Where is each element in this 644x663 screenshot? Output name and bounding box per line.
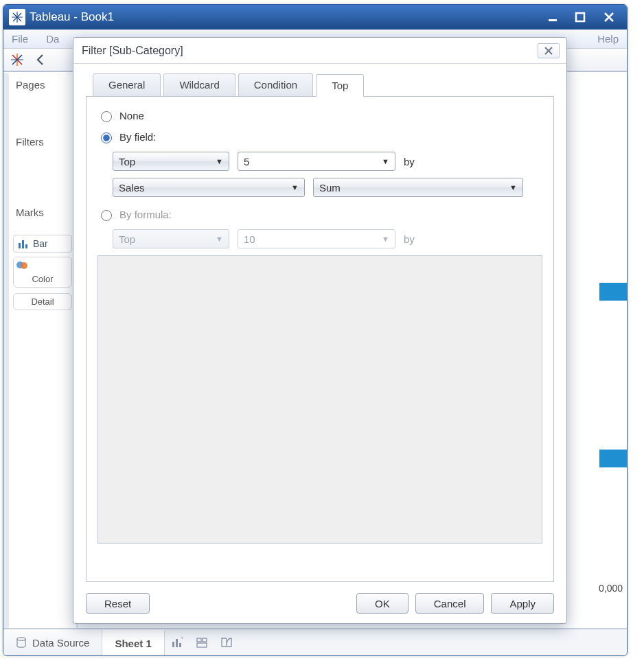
detail-button[interactable]: Detail (13, 293, 72, 310)
data-source-tab[interactable]: Data Source (3, 629, 102, 655)
aggregation-value: Sum (319, 182, 341, 194)
filters-shelf[interactable]: Filters (10, 133, 75, 153)
field-dropdown[interactable]: Sales ▼ (113, 178, 305, 197)
sheet-tabs: Data Source Sheet 1 + (3, 628, 627, 655)
chevron-down-icon: ▼ (382, 157, 389, 165)
maximize-button[interactable] (566, 8, 594, 27)
pages-label: Pages (16, 79, 69, 91)
svg-rect-18 (172, 642, 174, 647)
n-value: 5 (244, 156, 249, 167)
menu-file[interactable]: File (8, 32, 32, 46)
svg-rect-5 (576, 13, 584, 21)
by-field-row-1: Top ▼ 5 ▼ by (113, 152, 542, 171)
svg-point-16 (21, 262, 27, 269)
svg-rect-13 (22, 240, 24, 248)
window-title: Tableau - Book1 (30, 10, 539, 24)
color-label: Color (32, 274, 53, 284)
aggregation-dropdown[interactable]: Sum ▼ (313, 178, 523, 197)
chevron-down-icon: ▼ (216, 157, 223, 165)
dialog-title: Filter [Sub-Category] (82, 45, 538, 57)
svg-rect-23 (203, 638, 207, 642)
mark-type-dropdown[interactable]: Bar (13, 235, 72, 253)
n-combo[interactable]: 5 ▼ (238, 152, 395, 171)
by-label: by (404, 156, 415, 167)
axis-tick-label: 0,000 (599, 583, 623, 594)
sidebar: Pages Filters Marks Bar (3, 73, 78, 628)
by-formula-row-1: Top ▼ 10 ▼ by (113, 229, 542, 248)
formula-n-combo: 10 ▼ (238, 229, 395, 248)
marks-label: Marks (16, 207, 69, 218)
radio-by-formula[interactable] (101, 210, 112, 221)
tableau-logo-icon[interactable] (8, 50, 27, 69)
svg-rect-4 (549, 19, 557, 21)
window-controls (539, 8, 624, 27)
option-by-field-label: By field: (119, 131, 156, 143)
tab-condition[interactable]: Condition (238, 73, 313, 96)
ok-button[interactable]: OK (356, 593, 409, 614)
reset-button[interactable]: Reset (86, 593, 150, 614)
dialog-title-bar: Filter [Sub-Category] (73, 38, 566, 64)
apply-button[interactable]: Apply (491, 593, 554, 614)
field-value: Sales (119, 182, 145, 194)
detail-label: Detail (31, 296, 54, 307)
back-button[interactable] (31, 51, 51, 69)
filter-dialog: Filter [Sub-Category] General Wildcard C… (73, 37, 567, 624)
dialog-body: General Wildcard Condition Top None By f… (73, 64, 566, 590)
option-none-row: None (97, 109, 542, 122)
menu-help[interactable]: Help (593, 32, 623, 46)
new-dashboard-button[interactable] (189, 629, 214, 655)
svg-rect-22 (197, 638, 201, 642)
option-by-formula-row: By formula: (97, 208, 542, 221)
by-field-row-2: Sales ▼ Sum ▼ (113, 178, 542, 197)
bar-mark (599, 450, 627, 467)
radio-by-field[interactable] (101, 132, 112, 143)
marks-shelf: Marks (10, 204, 75, 224)
close-button[interactable] (594, 8, 624, 27)
new-worksheet-button[interactable]: + (165, 629, 189, 655)
tab-panel-top: None By field: Top ▼ 5 ▼ by Sales (86, 96, 554, 582)
sheet-tab[interactable]: Sheet 1 (102, 629, 164, 655)
svg-text:+: + (181, 636, 183, 641)
chevron-down-icon: ▼ (382, 235, 389, 243)
marks-card: Bar Color Detail (10, 232, 75, 313)
formula-direction-value: Top (119, 233, 135, 245)
svg-rect-20 (179, 643, 181, 647)
option-by-field-row: By field: (97, 130, 542, 143)
direction-value: Top (119, 156, 135, 167)
svg-rect-19 (176, 639, 178, 647)
formula-n-value: 10 (244, 233, 255, 245)
sheet-label: Sheet 1 (115, 638, 151, 649)
svg-rect-12 (19, 243, 21, 248)
svg-rect-14 (25, 244, 27, 248)
chevron-down-icon: ▼ (509, 183, 517, 191)
option-none-label: None (119, 110, 144, 121)
cancel-button[interactable]: Cancel (415, 593, 485, 614)
tableau-icon (9, 9, 25, 25)
chevron-down-icon: ▼ (216, 235, 223, 243)
menu-data-truncated[interactable]: Da (42, 32, 63, 46)
bar-mark (599, 283, 627, 301)
pages-shelf[interactable]: Pages (10, 76, 75, 96)
tab-general[interactable]: General (93, 73, 161, 96)
tab-top[interactable]: Top (316, 74, 364, 97)
mark-type-label: Bar (33, 238, 48, 249)
filters-label: Filters (16, 136, 69, 148)
formula-by-label: by (404, 233, 415, 245)
minimize-button[interactable] (539, 8, 566, 27)
tab-wildcard[interactable]: Wildcard (163, 73, 235, 96)
svg-rect-24 (197, 643, 207, 647)
svg-point-17 (17, 638, 25, 640)
title-bar: Tableau - Book1 (3, 5, 627, 30)
formula-direction-dropdown: Top ▼ (113, 229, 229, 248)
option-by-formula-label: By formula: (119, 209, 172, 220)
dialog-close-button[interactable] (538, 43, 560, 58)
direction-dropdown[interactable]: Top ▼ (113, 152, 229, 171)
dialog-tabs: General Wildcard Condition Top (93, 73, 554, 96)
bar-chart-icon (18, 239, 29, 248)
color-button[interactable]: Color (13, 257, 72, 288)
radio-none[interactable] (101, 111, 112, 122)
data-source-label: Data Source (32, 637, 89, 649)
new-story-button[interactable] (214, 629, 239, 655)
chevron-down-icon: ▼ (291, 183, 299, 191)
datasource-icon (16, 636, 27, 649)
